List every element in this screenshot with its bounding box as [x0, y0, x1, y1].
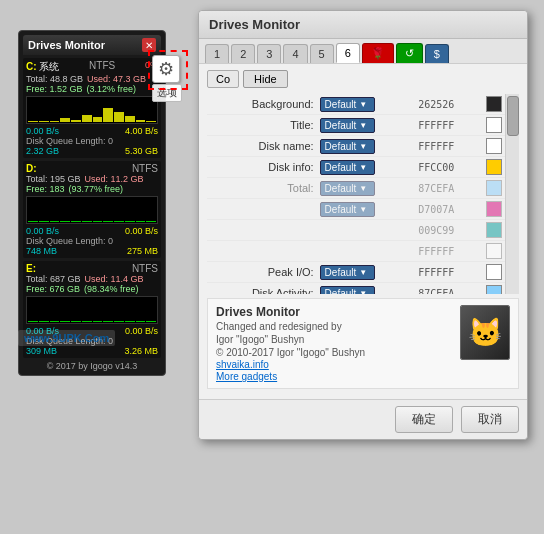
- setting-value-6: 009C99: [415, 220, 483, 241]
- setting-value-1: FFFFFF: [415, 115, 483, 136]
- settings-row-0: Background:Default262526: [207, 94, 519, 115]
- drive-d-io: 0.00 B/s 0.00 B/s: [26, 226, 158, 236]
- about-link1[interactable]: shvaika.info: [216, 359, 452, 370]
- tab-5[interactable]: 5: [310, 44, 334, 63]
- drive-e-transfer: 309 MB 3.26 MB: [26, 346, 158, 356]
- setting-label-7: [207, 241, 317, 262]
- color-swatch-5[interactable]: [486, 201, 502, 217]
- setting-label-2: Disk name:: [207, 136, 317, 157]
- scrollbar[interactable]: [505, 94, 519, 294]
- setting-label-5: [207, 199, 317, 220]
- hide-button[interactable]: Hide: [243, 70, 288, 88]
- widget-close-button[interactable]: ✕: [142, 38, 156, 52]
- drive-d-free2: 275 MB: [127, 246, 158, 256]
- setting-dropdown-1[interactable]: Default: [320, 118, 375, 133]
- color-swatch-4[interactable]: [486, 180, 502, 196]
- drive-d-used: Used: 11.2 GB: [85, 174, 144, 184]
- color-swatch-6[interactable]: [486, 222, 502, 238]
- tab-3[interactable]: 3: [257, 44, 281, 63]
- widget-title: Drives Monitor: [28, 39, 105, 51]
- setting-label-8: Peak I/O:: [207, 262, 317, 283]
- tab-6[interactable]: 6: [336, 43, 360, 63]
- tab-4[interactable]: 4: [283, 44, 307, 63]
- color-swatch-8[interactable]: [486, 264, 502, 280]
- setting-value-3: FFCC00: [415, 157, 483, 178]
- setting-value-9: 87CEFA: [415, 283, 483, 295]
- drive-d-fs: NTFS: [132, 163, 158, 174]
- dialog-content: Co Hide Background:Default262526Title:De…: [199, 64, 527, 399]
- scrollbar-thumb[interactable]: [507, 96, 519, 136]
- drive-e-io: 0.00 B/s 0.00 B/s: [26, 326, 158, 336]
- drive-c-fs: NTFS: [89, 60, 115, 74]
- tab-1[interactable]: 1: [205, 44, 229, 63]
- drive-d-total2: 748 MB: [26, 246, 57, 256]
- drive-d-info: Total: 195 GB Used: 11.2 GB: [26, 174, 158, 184]
- setting-dropdown-5[interactable]: Default: [320, 202, 375, 217]
- cancel-button[interactable]: 取消: [461, 406, 519, 433]
- drive-d-total: Total: 195 GB: [26, 174, 81, 184]
- setting-dropdown-0[interactable]: Default: [320, 97, 375, 112]
- drive-e-write: 0.00 B/s: [125, 326, 158, 336]
- setting-value-7: FFFFFF: [415, 241, 483, 262]
- dialog-title-bar: Drives Monitor: [199, 11, 527, 39]
- about-changed: Changed and redesigned by: [216, 321, 452, 332]
- drive-c-letter: C: 系统: [26, 60, 59, 74]
- drive-e-read: 0.00 B/s: [26, 326, 59, 336]
- drive-e-letter: E:: [26, 263, 36, 274]
- dialog-title: Drives Monitor: [209, 17, 300, 32]
- drive-d-read: 0.00 B/s: [26, 226, 59, 236]
- settings-dialog: Drives Monitor 1 2 3 4 5 6 🌹 ↺ $ Co Hide…: [198, 10, 528, 440]
- drive-e-free-row: Free: 676 GB (98.34% free): [26, 284, 158, 294]
- ok-button[interactable]: 确定: [395, 406, 453, 433]
- about-link2[interactable]: More gadgets: [216, 371, 452, 382]
- tab-2[interactable]: 2: [231, 44, 255, 63]
- drive-c-transfer: 2.32 GB 5.30 GB: [26, 146, 158, 156]
- settings-table: Background:Default262526Title:DefaultFFF…: [207, 94, 519, 294]
- setting-dropdown-3[interactable]: Default: [320, 160, 375, 175]
- color-swatch-7[interactable]: [486, 243, 502, 259]
- about-image: 🐱: [460, 305, 510, 360]
- about-section: Drives Monitor Changed and redesigned by…: [207, 298, 519, 389]
- setting-dropdown-9[interactable]: Default: [320, 286, 375, 295]
- tab-special-dollar[interactable]: $: [425, 44, 449, 63]
- settings-row-6: 009C99: [207, 220, 519, 241]
- dialog-footer: 确定 取消: [199, 399, 527, 439]
- drive-d-graph: [26, 196, 158, 224]
- settings-row-2: Disk name:DefaultFFFFFF: [207, 136, 519, 157]
- co-hide-row: Co Hide: [207, 70, 519, 88]
- setting-dropdown-2[interactable]: Default: [320, 139, 375, 154]
- gear-settings-button[interactable]: ⚙: [152, 55, 180, 83]
- setting-label-0: Background:: [207, 94, 317, 115]
- drive-e-graph: [26, 296, 158, 324]
- drive-c-read: 0.00 B/s: [26, 126, 59, 136]
- drive-c-io: 0.00 B/s 4.00 B/s: [26, 126, 158, 136]
- settings-row-7: FFFFFF: [207, 241, 519, 262]
- color-swatch-2[interactable]: [486, 138, 502, 154]
- drive-e-used: Used: 11.4 GB: [85, 274, 144, 284]
- co-button[interactable]: Co: [207, 70, 239, 88]
- drive-d-transfer: 748 MB 275 MB: [26, 246, 158, 256]
- color-swatch-1[interactable]: [486, 117, 502, 133]
- tab-special-green[interactable]: ↺: [396, 43, 423, 63]
- drive-c-used: Used: 47.3 GB: [87, 74, 146, 84]
- setting-dropdown-4[interactable]: Default: [320, 181, 375, 196]
- settings-row-5: DefaultD7007A: [207, 199, 519, 220]
- color-swatch-3[interactable]: [486, 159, 502, 175]
- drive-e-label: E: NTFS: [26, 263, 158, 274]
- settings-row-1: Title:DefaultFFFFFF: [207, 115, 519, 136]
- tab-special-red[interactable]: 🌹: [362, 43, 394, 63]
- settings-row-8: Peak I/O:DefaultFFFFFF: [207, 262, 519, 283]
- color-swatch-9[interactable]: [486, 285, 502, 294]
- color-swatch-0[interactable]: [486, 96, 502, 112]
- drive-e-info: Total: 687 GB Used: 11.4 GB: [26, 274, 158, 284]
- about-text: Drives Monitor Changed and redesigned by…: [216, 305, 452, 382]
- tabs-row: 1 2 3 4 5 6 🌹 ↺ $: [199, 39, 527, 64]
- gear-icon: ⚙: [158, 58, 174, 80]
- drive-c-info: Total: 48.8 GB Used: 47.3 GB: [26, 74, 158, 84]
- drive-e-total2: 309 MB: [26, 346, 57, 356]
- drive-e-free-pct: (98.34% free): [84, 284, 139, 294]
- setting-dropdown-8[interactable]: Default: [320, 265, 375, 280]
- drive-c-free-row: Free: 1.52 GB (3.12% free): [26, 84, 158, 94]
- setting-label-9: Disk Activity:: [207, 283, 317, 295]
- setting-label-1: Title:: [207, 115, 317, 136]
